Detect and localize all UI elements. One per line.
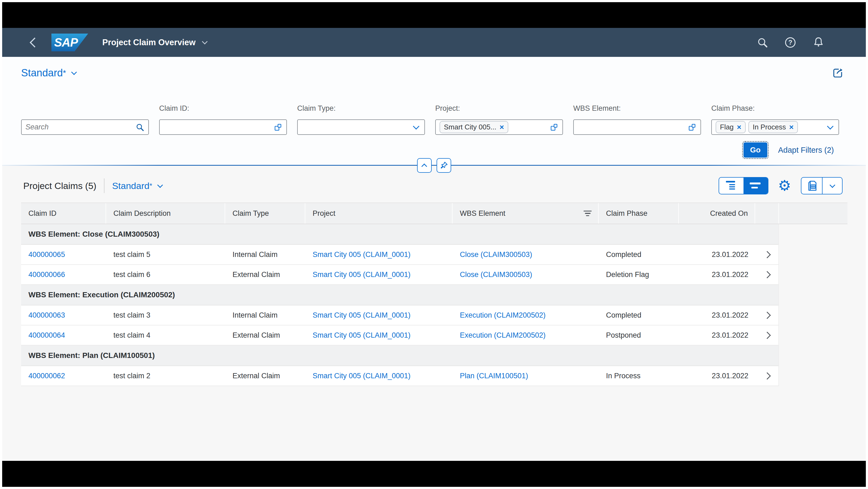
sap-logo[interactable]: SAP	[52, 34, 88, 52]
claim-description-cell: test claim 2	[106, 366, 225, 386]
claim-description-cell: test claim 3	[106, 305, 225, 325]
value-help-icon[interactable]	[273, 123, 283, 132]
project-link[interactable]: Smart City 005 (CLAIM_0001)	[313, 311, 411, 319]
chevron-up-icon	[422, 163, 427, 169]
row-navigation-chevron-icon[interactable]	[764, 372, 771, 379]
table-row[interactable]: 400000066 test claim 6 External Claim Sm…	[21, 265, 778, 285]
claim-phase-cell: Deletion Flag	[599, 265, 679, 284]
column-header-claim-description[interactable]: Claim Description	[106, 203, 225, 224]
table-variant-name[interactable]: Standard	[112, 181, 149, 191]
claim-id-link[interactable]: 400000064	[28, 331, 65, 340]
app-title-chevron-down-icon[interactable]	[202, 39, 208, 44]
claim-description-cell: test claim 5	[106, 245, 225, 264]
filter-field-wbs-element: WBS Element:	[573, 104, 701, 135]
claim-id-input[interactable]	[163, 120, 273, 134]
claim-id-link[interactable]: 400000063	[28, 311, 65, 319]
export-spreadsheet-button[interactable]	[801, 178, 823, 194]
go-button[interactable]: Go	[744, 143, 767, 158]
app-window: SAP Project Claim Overview ? Standard*	[2, 28, 866, 461]
project-link[interactable]: Smart City 005 (CLAIM_0001)	[313, 271, 411, 279]
claim-phase-label: Claim Phase:	[711, 104, 839, 113]
pin-filter-bar-button[interactable]	[437, 158, 451, 173]
value-help-icon[interactable]	[687, 123, 697, 132]
project-box: Smart City 005...×	[435, 119, 563, 135]
column-header-claim-type[interactable]: Claim Type	[225, 203, 305, 224]
column-header-navigation	[755, 203, 779, 224]
project-token[interactable]: Smart City 005...×	[439, 121, 508, 133]
project-label: Project:	[435, 104, 563, 113]
claim-id-link[interactable]: 400000062	[28, 372, 65, 380]
wbs-element-input[interactable]	[578, 120, 687, 134]
wbs-element-link[interactable]: Execution (CLAIM200502)	[460, 311, 546, 319]
variant-chevron-down-icon[interactable]	[71, 69, 77, 75]
column-header-created-on[interactable]: Created On	[679, 203, 755, 224]
flat-view-button[interactable]	[744, 178, 768, 194]
back-button[interactable]	[29, 37, 40, 48]
row-navigation-chevron-icon[interactable]	[764, 271, 771, 278]
row-navigation-chevron-icon[interactable]	[764, 312, 771, 319]
claim-type-select[interactable]	[297, 119, 425, 135]
table-variant-chevron-down-icon[interactable]	[157, 182, 163, 188]
app-title[interactable]: Project Claim Overview	[102, 38, 196, 48]
filter-field-search	[21, 104, 149, 135]
row-navigation-chevron-icon[interactable]	[764, 251, 771, 258]
adapt-filters-link[interactable]: Adapt Filters (2)	[778, 146, 834, 155]
search-icon[interactable]	[135, 123, 145, 132]
value-help-icon[interactable]	[550, 123, 559, 132]
claim-phase-cell: Completed	[599, 245, 679, 264]
group-header: WBS Element: Plan (CLAIM100501)	[21, 345, 778, 366]
variant-modified-marker: *	[63, 68, 66, 78]
shell-bar: SAP Project Claim Overview ?	[2, 28, 866, 57]
wbs-element-link[interactable]: Execution (CLAIM200502)	[460, 331, 546, 340]
notifications-bell-icon[interactable]	[812, 36, 825, 49]
wbs-element-link[interactable]: Plan (CLAIM100501)	[460, 372, 528, 380]
search-icon[interactable]	[756, 36, 768, 49]
settings-gear-icon[interactable]: ⚙	[778, 178, 791, 193]
claim-description-cell: test claim 6	[106, 265, 225, 284]
screen-frame: SAP Project Claim Overview ? Standard*	[2, 2, 866, 487]
column-header-claim-id[interactable]: Claim ID	[21, 203, 106, 224]
token-text: In Process	[753, 123, 786, 131]
flat-view-icon	[750, 180, 762, 191]
export-menu-button[interactable]	[823, 178, 842, 194]
group-view-button[interactable]	[719, 178, 744, 194]
claim-id-link[interactable]: 400000065	[28, 250, 65, 259]
token-remove-icon[interactable]: ×	[737, 123, 741, 131]
table-row[interactable]: 400000064 test claim 4 External Claim Sm…	[21, 326, 778, 345]
claim-id-link[interactable]: 400000066	[28, 271, 65, 279]
table-row[interactable]: 400000065 test claim 5 Internal Claim Sm…	[21, 245, 778, 265]
row-navigation-chevron-icon[interactable]	[764, 332, 771, 339]
claim-type-label: Claim Type:	[297, 104, 425, 113]
column-header-wbs-element[interactable]: WBS Element	[453, 203, 599, 224]
help-icon[interactable]: ?	[784, 36, 797, 49]
table-row[interactable]: 400000062 test claim 2 External Claim Sm…	[21, 366, 778, 386]
wbs-element-header-label: WBS Element	[460, 209, 505, 218]
project-link[interactable]: Smart City 005 (CLAIM_0001)	[313, 372, 411, 380]
collapse-filter-bar-button[interactable]	[417, 158, 432, 173]
export-split-button	[801, 177, 842, 194]
project-token-text: Smart City 005...	[444, 123, 496, 131]
table-row[interactable]: 400000063 test claim 3 Internal Claim Sm…	[21, 305, 778, 326]
claim-id-box	[159, 119, 287, 135]
created-on-cell: 23.01.2022	[679, 265, 755, 284]
page-content: Project Claims (5) Standard* ⚙	[2, 165, 866, 386]
project-valuehelp-wrap	[550, 123, 559, 132]
page-variant-name[interactable]: Standard	[21, 67, 63, 79]
token-remove-icon[interactable]: ×	[500, 123, 504, 131]
wbs-element-link[interactable]: Close (CLAIM300503)	[460, 271, 532, 279]
table-variant-modified-marker: *	[149, 182, 152, 190]
share-icon[interactable]	[831, 66, 845, 80]
project-link[interactable]: Smart City 005 (CLAIM_0001)	[313, 250, 411, 259]
search-input[interactable]	[26, 120, 135, 134]
project-link[interactable]: Smart City 005 (CLAIM_0001)	[313, 331, 411, 340]
claim-phase-token-in-process[interactable]: In Process×	[748, 121, 798, 133]
column-header-claim-phase[interactable]: Claim Phase	[599, 203, 679, 224]
wbs-element-link[interactable]: Close (CLAIM300503)	[460, 250, 532, 259]
pin-icon	[439, 161, 448, 170]
created-on-cell: 23.01.2022	[679, 305, 755, 325]
wbs-element-box	[573, 119, 701, 135]
column-header-project[interactable]: Project	[305, 203, 453, 224]
chevron-down-icon	[827, 123, 833, 129]
token-remove-icon[interactable]: ×	[789, 123, 794, 131]
claim-phase-token-flag[interactable]: Flag×	[716, 121, 746, 133]
